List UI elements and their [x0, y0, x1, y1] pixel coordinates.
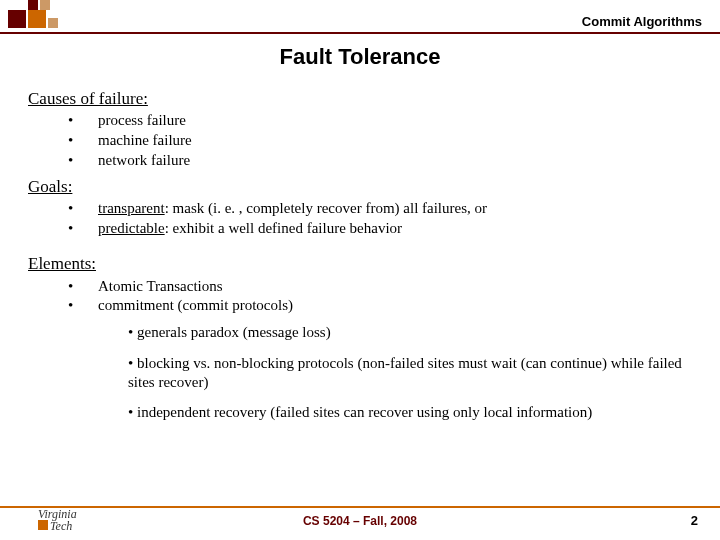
list-item: •network failure: [68, 151, 692, 170]
list-item: •transparent: mask (i. e. , completely r…: [68, 199, 692, 218]
list-item: •commitment (commit protocols): [68, 296, 692, 315]
header-label: Commit Algorithms: [582, 14, 702, 29]
decor-block: [40, 0, 50, 10]
elements-list: •Atomic Transactions •commitment (commit…: [68, 277, 692, 316]
causes-list: •process failure •machine failure •netwo…: [68, 111, 692, 169]
list-item: •Atomic Transactions: [68, 277, 692, 296]
sub-item: • blocking vs. non-blocking protocols (n…: [128, 354, 692, 392]
decor-block: [48, 18, 58, 28]
page-number: 2: [691, 513, 698, 528]
decor-block: [8, 10, 26, 28]
footer-course: CS 5204 – Fall, 2008: [0, 514, 720, 528]
slide-title: Fault Tolerance: [0, 44, 720, 70]
sub-item: • generals paradox (message loss): [128, 323, 692, 342]
decor-block: [28, 10, 46, 28]
goals-list: •transparent: mask (i. e. , completely r…: [68, 199, 692, 238]
elements-sublist: • generals paradox (message loss) • bloc…: [128, 323, 692, 422]
list-item: •machine failure: [68, 131, 692, 150]
list-item: •predictable: exhibit a well defined fai…: [68, 219, 692, 238]
sub-item: • independent recovery (failed sites can…: [128, 403, 692, 422]
section-heading-goals: Goals:: [28, 176, 692, 197]
decor-block: [28, 0, 38, 10]
footer-rule: [0, 506, 720, 508]
section-heading-causes: Causes of failure:: [28, 88, 692, 109]
header-rule: [0, 32, 720, 34]
list-item: •process failure: [68, 111, 692, 130]
section-heading-elements: Elements:: [28, 253, 692, 274]
content-area: Causes of failure: •process failure •mac…: [28, 88, 692, 434]
